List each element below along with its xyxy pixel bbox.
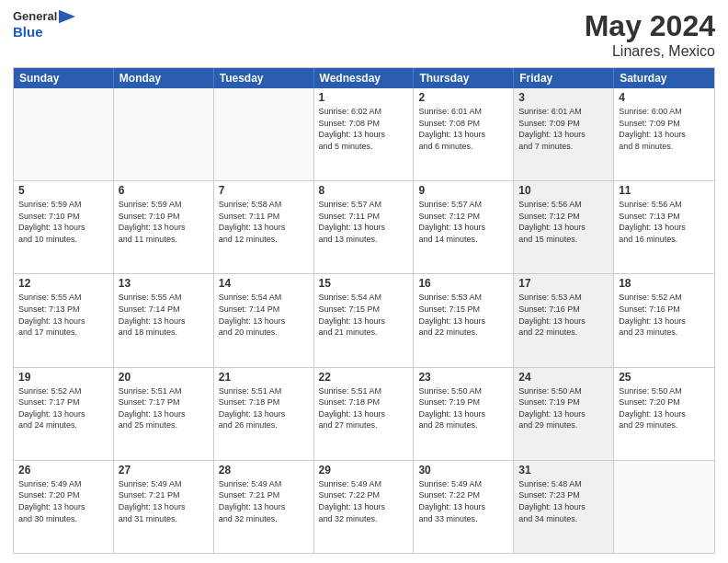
day-info: Sunrise: 5:50 AM Sunset: 7:20 PM Dayligh… (619, 385, 710, 431)
day-info: Sunrise: 5:49 AM Sunset: 7:21 PM Dayligh… (119, 478, 209, 524)
day-number: 25 (619, 371, 710, 384)
day-number: 1 (319, 91, 409, 104)
day-info: Sunrise: 6:01 AM Sunset: 7:08 PM Dayligh… (418, 106, 508, 152)
day-number: 18 (619, 277, 710, 290)
day-number: 15 (319, 277, 409, 290)
day-info: Sunrise: 5:56 AM Sunset: 7:12 PM Dayligh… (518, 199, 609, 245)
logo-blue-text: Blue (13, 24, 75, 40)
weekday-header: Saturday (614, 68, 714, 88)
logo-general-text: General (13, 9, 57, 24)
calendar-cell: 16Sunrise: 5:53 AM Sunset: 7:15 PM Dayli… (414, 274, 514, 366)
day-number: 6 (119, 184, 209, 197)
calendar-cell (14, 88, 114, 180)
day-number: 27 (119, 464, 209, 477)
weekday-header: Monday (114, 68, 214, 88)
logo: General Blue (13, 9, 75, 40)
calendar-cell: 23Sunrise: 5:50 AM Sunset: 7:19 PM Dayli… (414, 368, 514, 460)
day-info: Sunrise: 5:52 AM Sunset: 7:16 PM Dayligh… (619, 292, 710, 338)
calendar-cell: 17Sunrise: 5:53 AM Sunset: 7:16 PM Dayli… (514, 274, 614, 366)
day-number: 7 (219, 184, 309, 197)
day-number: 24 (518, 371, 609, 384)
day-info: Sunrise: 5:59 AM Sunset: 7:10 PM Dayligh… (18, 199, 108, 245)
calendar-cell: 2Sunrise: 6:01 AM Sunset: 7:08 PM Daylig… (414, 88, 514, 180)
day-info: Sunrise: 5:55 AM Sunset: 7:14 PM Dayligh… (119, 292, 209, 338)
calendar-cell: 13Sunrise: 5:55 AM Sunset: 7:14 PM Dayli… (114, 274, 214, 366)
day-number: 14 (219, 277, 309, 290)
day-number: 2 (418, 91, 508, 104)
calendar-cell: 1Sunrise: 6:02 AM Sunset: 7:08 PM Daylig… (314, 88, 415, 180)
calendar-cell (614, 461, 714, 553)
day-info: Sunrise: 5:54 AM Sunset: 7:14 PM Dayligh… (219, 292, 309, 338)
calendar-cell: 30Sunrise: 5:49 AM Sunset: 7:22 PM Dayli… (414, 461, 514, 553)
day-number: 9 (418, 184, 508, 197)
calendar-cell: 31Sunrise: 5:48 AM Sunset: 7:23 PM Dayli… (514, 461, 614, 553)
day-number: 8 (319, 184, 409, 197)
day-info: Sunrise: 5:50 AM Sunset: 7:19 PM Dayligh… (418, 385, 508, 431)
day-number: 13 (119, 277, 209, 290)
calendar-row: 26Sunrise: 5:49 AM Sunset: 7:20 PM Dayli… (14, 461, 714, 553)
day-info: Sunrise: 6:00 AM Sunset: 7:09 PM Dayligh… (619, 106, 710, 152)
day-info: Sunrise: 5:58 AM Sunset: 7:11 PM Dayligh… (219, 199, 309, 245)
weekday-header: Tuesday (214, 68, 314, 88)
day-info: Sunrise: 5:53 AM Sunset: 7:15 PM Dayligh… (418, 292, 508, 338)
calendar-cell: 6Sunrise: 5:59 AM Sunset: 7:10 PM Daylig… (114, 181, 214, 273)
calendar-cell: 7Sunrise: 5:58 AM Sunset: 7:11 PM Daylig… (214, 181, 314, 273)
calendar-cell: 22Sunrise: 5:51 AM Sunset: 7:18 PM Dayli… (314, 368, 415, 460)
day-info: Sunrise: 5:50 AM Sunset: 7:19 PM Dayligh… (518, 385, 609, 431)
day-info: Sunrise: 5:51 AM Sunset: 7:18 PM Dayligh… (319, 385, 409, 431)
calendar-cell: 25Sunrise: 5:50 AM Sunset: 7:20 PM Dayli… (614, 368, 714, 460)
calendar-cell: 20Sunrise: 5:51 AM Sunset: 7:17 PM Dayli… (114, 368, 214, 460)
weekday-header: Sunday (14, 68, 114, 88)
day-info: Sunrise: 5:49 AM Sunset: 7:21 PM Dayligh… (219, 478, 309, 524)
day-info: Sunrise: 5:51 AM Sunset: 7:17 PM Dayligh… (119, 385, 209, 431)
calendar-header: SundayMondayTuesdayWednesdayThursdayFrid… (14, 68, 714, 88)
day-number: 16 (418, 277, 508, 290)
calendar-cell: 24Sunrise: 5:50 AM Sunset: 7:19 PM Dayli… (514, 368, 614, 460)
calendar-cell: 9Sunrise: 5:57 AM Sunset: 7:12 PM Daylig… (414, 181, 514, 273)
day-number: 30 (418, 464, 508, 477)
day-number: 19 (18, 371, 108, 384)
day-info: Sunrise: 5:59 AM Sunset: 7:10 PM Dayligh… (119, 199, 209, 245)
calendar-cell: 15Sunrise: 5:54 AM Sunset: 7:15 PM Dayli… (314, 274, 415, 366)
day-number: 11 (619, 184, 710, 197)
title-block: May 2024 Linares, Mexico (585, 9, 715, 60)
weekday-header: Wednesday (314, 68, 415, 88)
svg-marker-0 (59, 10, 75, 23)
day-number: 17 (518, 277, 609, 290)
calendar-row: 12Sunrise: 5:55 AM Sunset: 7:13 PM Dayli… (14, 274, 714, 367)
day-number: 12 (18, 277, 108, 290)
calendar-cell: 11Sunrise: 5:56 AM Sunset: 7:13 PM Dayli… (614, 181, 714, 273)
calendar-row: 19Sunrise: 5:52 AM Sunset: 7:17 PM Dayli… (14, 368, 714, 461)
calendar-cell: 5Sunrise: 5:59 AM Sunset: 7:10 PM Daylig… (14, 181, 114, 273)
header: General Blue May 2024 Linares, Mexico (13, 9, 715, 60)
calendar-cell (114, 88, 214, 180)
calendar-row: 5Sunrise: 5:59 AM Sunset: 7:10 PM Daylig… (14, 181, 714, 274)
calendar-row: 1Sunrise: 6:02 AM Sunset: 7:08 PM Daylig… (14, 88, 714, 181)
calendar-cell: 14Sunrise: 5:54 AM Sunset: 7:14 PM Dayli… (214, 274, 314, 366)
calendar-cell: 26Sunrise: 5:49 AM Sunset: 7:20 PM Dayli… (14, 461, 114, 553)
day-info: Sunrise: 5:56 AM Sunset: 7:13 PM Dayligh… (619, 199, 710, 245)
day-info: Sunrise: 5:49 AM Sunset: 7:20 PM Dayligh… (18, 478, 108, 524)
calendar-cell: 19Sunrise: 5:52 AM Sunset: 7:17 PM Dayli… (14, 368, 114, 460)
logo-icon (59, 9, 75, 24)
calendar-cell: 18Sunrise: 5:52 AM Sunset: 7:16 PM Dayli… (614, 274, 714, 366)
day-number: 28 (219, 464, 309, 477)
day-info: Sunrise: 5:53 AM Sunset: 7:16 PM Dayligh… (518, 292, 609, 338)
calendar-body: 1Sunrise: 6:02 AM Sunset: 7:08 PM Daylig… (14, 88, 714, 553)
day-info: Sunrise: 5:48 AM Sunset: 7:23 PM Dayligh… (518, 478, 609, 524)
day-number: 20 (119, 371, 209, 384)
calendar-cell: 29Sunrise: 5:49 AM Sunset: 7:22 PM Dayli… (314, 461, 415, 553)
day-info: Sunrise: 5:55 AM Sunset: 7:13 PM Dayligh… (18, 292, 108, 338)
day-number: 29 (319, 464, 409, 477)
calendar-cell (214, 88, 314, 180)
day-info: Sunrise: 5:57 AM Sunset: 7:11 PM Dayligh… (319, 199, 409, 245)
calendar: SundayMondayTuesdayWednesdayThursdayFrid… (13, 67, 715, 554)
subtitle: Linares, Mexico (585, 43, 715, 60)
day-number: 5 (18, 184, 108, 197)
day-info: Sunrise: 6:02 AM Sunset: 7:08 PM Dayligh… (319, 106, 409, 152)
calendar-cell: 12Sunrise: 5:55 AM Sunset: 7:13 PM Dayli… (14, 274, 114, 366)
day-info: Sunrise: 5:51 AM Sunset: 7:18 PM Dayligh… (219, 385, 309, 431)
calendar-cell: 27Sunrise: 5:49 AM Sunset: 7:21 PM Dayli… (114, 461, 214, 553)
calendar-cell: 10Sunrise: 5:56 AM Sunset: 7:12 PM Dayli… (514, 181, 614, 273)
calendar-cell: 21Sunrise: 5:51 AM Sunset: 7:18 PM Dayli… (214, 368, 314, 460)
